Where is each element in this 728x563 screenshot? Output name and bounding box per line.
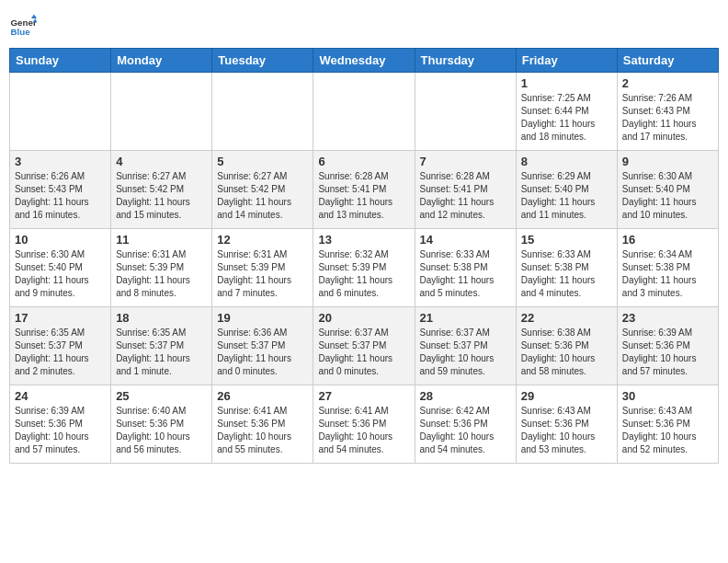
calendar-cell: 6Sunrise: 6:28 AM Sunset: 5:41 PM Daylig… xyxy=(313,151,415,229)
calendar-cell: 15Sunrise: 6:33 AM Sunset: 5:38 PM Dayli… xyxy=(516,229,617,307)
weekday-header: Wednesday xyxy=(313,49,415,73)
calendar-cell: 24Sunrise: 6:39 AM Sunset: 5:36 PM Dayli… xyxy=(10,385,111,464)
calendar-cell: 16Sunrise: 6:34 AM Sunset: 5:38 PM Dayli… xyxy=(617,229,718,307)
day-info: Sunrise: 6:33 AM Sunset: 5:38 PM Dayligh… xyxy=(521,248,612,300)
day-info: Sunrise: 6:43 AM Sunset: 5:36 PM Dayligh… xyxy=(521,405,612,456)
calendar-cell: 17Sunrise: 6:35 AM Sunset: 5:37 PM Dayli… xyxy=(10,307,111,385)
calendar-cell: 22Sunrise: 6:38 AM Sunset: 5:36 PM Dayli… xyxy=(516,307,617,385)
calendar-week-row: 10Sunrise: 6:30 AM Sunset: 5:40 PM Dayli… xyxy=(10,229,719,307)
day-number: 11 xyxy=(116,233,207,247)
day-number: 29 xyxy=(521,389,612,403)
day-number: 19 xyxy=(217,311,308,325)
weekday-header: Sunday xyxy=(10,49,111,73)
day-info: Sunrise: 6:27 AM Sunset: 5:42 PM Dayligh… xyxy=(217,170,308,222)
weekday-header: Tuesday xyxy=(212,49,313,73)
logo: General Blue xyxy=(9,13,40,40)
logo-icon: General Blue xyxy=(9,13,37,40)
day-number: 20 xyxy=(318,311,409,325)
weekday-header: Thursday xyxy=(415,49,516,73)
calendar-week-row: 24Sunrise: 6:39 AM Sunset: 5:36 PM Dayli… xyxy=(10,385,719,464)
day-number: 14 xyxy=(420,233,511,247)
day-number: 18 xyxy=(116,311,207,325)
calendar-cell xyxy=(415,73,516,151)
page-header: General Blue xyxy=(9,9,719,40)
day-info: Sunrise: 6:41 AM Sunset: 5:36 PM Dayligh… xyxy=(318,405,409,456)
day-info: Sunrise: 6:37 AM Sunset: 5:37 PM Dayligh… xyxy=(420,327,511,378)
day-number: 8 xyxy=(521,155,612,168)
calendar-cell: 2Sunrise: 7:26 AM Sunset: 6:43 PM Daylig… xyxy=(617,73,718,151)
day-info: Sunrise: 6:29 AM Sunset: 5:40 PM Dayligh… xyxy=(521,170,612,222)
weekday-header: Saturday xyxy=(617,49,718,73)
calendar-cell: 25Sunrise: 6:40 AM Sunset: 5:36 PM Dayli… xyxy=(111,385,212,464)
day-info: Sunrise: 6:41 AM Sunset: 5:36 PM Dayligh… xyxy=(217,405,308,456)
day-info: Sunrise: 6:30 AM Sunset: 5:40 PM Dayligh… xyxy=(15,248,106,300)
day-number: 5 xyxy=(217,155,308,168)
day-info: Sunrise: 6:40 AM Sunset: 5:36 PM Dayligh… xyxy=(116,405,207,456)
calendar-cell xyxy=(313,73,415,151)
day-number: 12 xyxy=(217,233,308,247)
calendar-cell xyxy=(212,73,313,151)
day-info: Sunrise: 6:31 AM Sunset: 5:39 PM Dayligh… xyxy=(116,248,207,300)
svg-text:General: General xyxy=(11,17,38,28)
day-info: Sunrise: 6:30 AM Sunset: 5:40 PM Dayligh… xyxy=(622,170,713,222)
day-number: 4 xyxy=(116,155,207,168)
day-number: 13 xyxy=(318,233,409,247)
day-number: 26 xyxy=(217,389,308,403)
day-number: 25 xyxy=(116,389,207,403)
calendar-cell: 27Sunrise: 6:41 AM Sunset: 5:36 PM Dayli… xyxy=(313,385,415,464)
calendar-cell xyxy=(111,73,212,151)
day-number: 7 xyxy=(420,155,511,168)
calendar-cell: 9Sunrise: 6:30 AM Sunset: 5:40 PM Daylig… xyxy=(617,151,718,229)
day-info: Sunrise: 6:32 AM Sunset: 5:39 PM Dayligh… xyxy=(318,248,409,300)
day-info: Sunrise: 6:28 AM Sunset: 5:41 PM Dayligh… xyxy=(420,170,511,222)
day-info: Sunrise: 6:31 AM Sunset: 5:39 PM Dayligh… xyxy=(217,248,308,300)
day-number: 23 xyxy=(622,311,713,325)
calendar-cell: 7Sunrise: 6:28 AM Sunset: 5:41 PM Daylig… xyxy=(415,151,516,229)
day-number: 22 xyxy=(521,311,612,325)
svg-text:Blue: Blue xyxy=(11,27,31,37)
day-info: Sunrise: 6:27 AM Sunset: 5:42 PM Dayligh… xyxy=(116,170,207,222)
calendar-cell: 5Sunrise: 6:27 AM Sunset: 5:42 PM Daylig… xyxy=(212,151,313,229)
calendar-cell: 19Sunrise: 6:36 AM Sunset: 5:37 PM Dayli… xyxy=(212,307,313,385)
calendar-week-row: 17Sunrise: 6:35 AM Sunset: 5:37 PM Dayli… xyxy=(10,307,719,385)
calendar-cell: 21Sunrise: 6:37 AM Sunset: 5:37 PM Dayli… xyxy=(415,307,516,385)
calendar-cell: 13Sunrise: 6:32 AM Sunset: 5:39 PM Dayli… xyxy=(313,229,415,307)
calendar-table: SundayMondayTuesdayWednesdayThursdayFrid… xyxy=(9,48,719,464)
day-info: Sunrise: 6:35 AM Sunset: 5:37 PM Dayligh… xyxy=(15,327,106,378)
day-number: 10 xyxy=(15,233,106,247)
calendar-cell: 8Sunrise: 6:29 AM Sunset: 5:40 PM Daylig… xyxy=(516,151,617,229)
weekday-header: Friday xyxy=(516,49,617,73)
day-number: 16 xyxy=(622,233,713,247)
day-info: Sunrise: 6:35 AM Sunset: 5:37 PM Dayligh… xyxy=(116,327,207,378)
calendar-cell: 10Sunrise: 6:30 AM Sunset: 5:40 PM Dayli… xyxy=(10,229,111,307)
calendar-cell: 28Sunrise: 6:42 AM Sunset: 5:36 PM Dayli… xyxy=(415,385,516,464)
day-info: Sunrise: 6:42 AM Sunset: 5:36 PM Dayligh… xyxy=(420,405,511,456)
day-info: Sunrise: 6:39 AM Sunset: 5:36 PM Dayligh… xyxy=(622,327,713,378)
day-number: 15 xyxy=(521,233,612,247)
day-info: Sunrise: 6:26 AM Sunset: 5:43 PM Dayligh… xyxy=(15,170,106,222)
calendar-cell: 26Sunrise: 6:41 AM Sunset: 5:36 PM Dayli… xyxy=(212,385,313,464)
day-number: 27 xyxy=(318,389,409,403)
day-info: Sunrise: 6:33 AM Sunset: 5:38 PM Dayligh… xyxy=(420,248,511,300)
calendar-cell: 14Sunrise: 6:33 AM Sunset: 5:38 PM Dayli… xyxy=(415,229,516,307)
calendar-week-row: 3Sunrise: 6:26 AM Sunset: 5:43 PM Daylig… xyxy=(10,151,719,229)
day-number: 1 xyxy=(521,76,612,90)
day-number: 9 xyxy=(622,155,713,168)
day-info: Sunrise: 7:26 AM Sunset: 6:43 PM Dayligh… xyxy=(622,92,713,144)
calendar-cell: 12Sunrise: 6:31 AM Sunset: 5:39 PM Dayli… xyxy=(212,229,313,307)
day-number: 21 xyxy=(420,311,511,325)
day-number: 24 xyxy=(15,389,106,403)
day-info: Sunrise: 6:38 AM Sunset: 5:36 PM Dayligh… xyxy=(521,327,612,378)
day-info: Sunrise: 6:37 AM Sunset: 5:37 PM Dayligh… xyxy=(318,327,409,378)
weekday-header-row: SundayMondayTuesdayWednesdayThursdayFrid… xyxy=(10,49,719,73)
day-number: 28 xyxy=(420,389,511,403)
day-number: 3 xyxy=(15,155,106,168)
calendar-cell xyxy=(10,73,111,151)
day-number: 30 xyxy=(622,389,713,403)
day-number: 6 xyxy=(318,155,409,168)
day-info: Sunrise: 6:36 AM Sunset: 5:37 PM Dayligh… xyxy=(217,327,308,378)
day-info: Sunrise: 6:39 AM Sunset: 5:36 PM Dayligh… xyxy=(15,405,106,456)
calendar-cell: 1Sunrise: 7:25 AM Sunset: 6:44 PM Daylig… xyxy=(516,73,617,151)
day-info: Sunrise: 7:25 AM Sunset: 6:44 PM Dayligh… xyxy=(521,92,612,144)
calendar-cell: 3Sunrise: 6:26 AM Sunset: 5:43 PM Daylig… xyxy=(10,151,111,229)
